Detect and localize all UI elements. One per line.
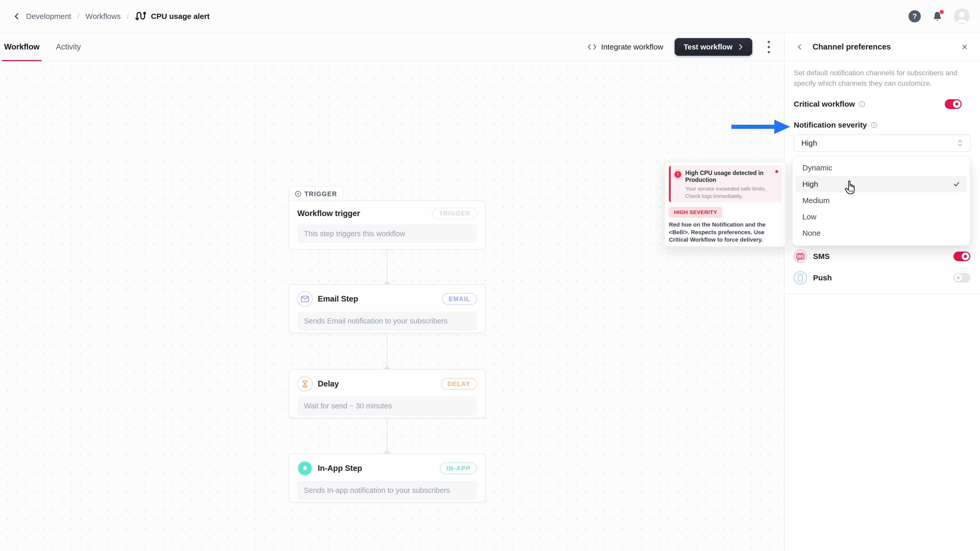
- channel-preferences-panel: Channel preferences Set default notifica…: [784, 33, 980, 551]
- option-dynamic[interactable]: Dynamic: [796, 160, 967, 176]
- step-badge: IN-APP: [440, 462, 477, 474]
- option-label: Dynamic: [802, 164, 832, 172]
- info-icon[interactable]: [859, 101, 865, 108]
- step-title: In-App Step: [318, 464, 362, 473]
- step-badge: TRIGGER: [432, 208, 477, 219]
- severity-note: Red hue on the Notification and the <Bel…: [669, 221, 782, 244]
- channel-label: Push: [813, 273, 832, 282]
- severity-red-bar: [669, 165, 671, 203]
- sms-channel-icon: SMS: [794, 250, 807, 263]
- header-actions: ?: [908, 8, 970, 24]
- hand-pointer-cursor: [844, 180, 858, 195]
- notification-preview: ! High CPU usage detected in Production …: [669, 165, 782, 203]
- alert-icon: !: [675, 171, 681, 178]
- email-step-icon: [298, 291, 313, 306]
- close-icon: [961, 44, 968, 50]
- breadcrumb-separator: /: [77, 12, 80, 21]
- step-card-trigger[interactable]: Workflow trigger TRIGGER This step trigg…: [289, 200, 486, 249]
- critical-workflow-row: Critical workflow: [794, 99, 971, 109]
- option-low[interactable]: Low: [796, 209, 967, 225]
- breadcrumb: Development / Workflows / CPU usage aler…: [26, 11, 210, 22]
- notifications-button[interactable]: [932, 11, 943, 22]
- option-label: Medium: [802, 196, 830, 205]
- chevrons-up-down-icon: [957, 139, 963, 147]
- integrate-workflow-button[interactable]: Integrate workflow: [588, 43, 663, 51]
- breadcrumb-separator: /: [127, 12, 129, 21]
- option-none[interactable]: None: [796, 225, 967, 241]
- notification-title: High CPU usage detected in Production: [685, 170, 777, 183]
- annotation-arrow: [732, 119, 791, 135]
- notification-badge-dot: [940, 10, 944, 14]
- chevron-left-icon: [13, 13, 21, 20]
- step-card-inapp[interactable]: In-App Step IN-APP Sends In-app notifica…: [289, 454, 486, 503]
- workflow-icon: [135, 11, 146, 22]
- channel-toggle-list: SMS SMS Push: [794, 247, 970, 287]
- option-label: Low: [802, 213, 816, 221]
- edge-connector: [387, 419, 387, 454]
- notification-severity-row: Notification severity: [794, 121, 971, 129]
- alert-icon-halo: !: [673, 169, 683, 180]
- unread-dot: [775, 170, 778, 173]
- tab-activity[interactable]: Activity: [54, 33, 83, 61]
- option-high[interactable]: High: [796, 176, 967, 192]
- step-card-email[interactable]: Email Step EMAIL Sends Email notificatio…: [289, 284, 486, 333]
- panel-divider: [784, 294, 980, 294]
- envelope-icon: [301, 295, 309, 302]
- inapp-step-icon: [298, 461, 313, 476]
- step-title: Email Step: [318, 294, 358, 303]
- step-title: Workflow trigger: [298, 209, 360, 218]
- push-channel-icon: [794, 271, 807, 284]
- code-icon: [588, 43, 597, 51]
- integrate-workflow-label: Integrate workflow: [601, 43, 663, 51]
- edge-connector: [387, 333, 387, 369]
- page-title: CPU usage alert: [151, 12, 210, 21]
- toolbar-actions: Integrate workflow Test workflow: [588, 38, 774, 56]
- step-badge: EMAIL: [442, 293, 477, 305]
- more-options-button[interactable]: [764, 39, 774, 55]
- workflow-toolbar: Workflow Activity Integrate workflow Tes…: [0, 33, 784, 61]
- panel-back-button[interactable]: [794, 41, 805, 52]
- severity-select[interactable]: High: [794, 135, 971, 152]
- step-badge: DELAY: [441, 378, 477, 390]
- panel-header: Channel preferences: [784, 33, 980, 61]
- channel-row-sms: SMS SMS: [794, 247, 970, 266]
- back-button[interactable]: [10, 10, 24, 23]
- step-card-delay[interactable]: Delay DELAY Wait for send ~ 30 minutes: [289, 369, 486, 418]
- breadcrumb-workflows[interactable]: Workflows: [86, 12, 121, 21]
- workflow-canvas[interactable]: TRIGGER Workflow trigger TRIGGER This st…: [0, 61, 784, 551]
- help-button[interactable]: ?: [908, 10, 921, 22]
- tab-workflow[interactable]: Workflow: [2, 33, 41, 61]
- severity-dropdown: Dynamic High Medium Low None: [792, 156, 970, 246]
- trigger-tab-label: TRIGGER: [304, 190, 337, 198]
- channel-label: SMS: [813, 252, 830, 261]
- chevron-right-icon: [738, 44, 743, 50]
- test-workflow-label: Test workflow: [684, 43, 732, 51]
- step-description: This step triggers this workflow: [298, 224, 477, 243]
- panel-description: Set default notification channels for su…: [794, 68, 971, 89]
- step-description: Sends Email notification to your subscri…: [298, 312, 477, 330]
- avatar[interactable]: [954, 8, 970, 24]
- sms-toggle[interactable]: [953, 251, 970, 261]
- breadcrumb-development[interactable]: Development: [26, 12, 71, 21]
- severity-preview-tooltip: ! High CPU usage detected in Production …: [664, 161, 786, 247]
- push-toggle[interactable]: [953, 273, 970, 283]
- test-workflow-button[interactable]: Test workflow: [675, 38, 752, 56]
- sms-bubble-icon: SMS: [796, 253, 805, 260]
- severity-select-value: High: [801, 139, 817, 148]
- critical-workflow-label: Critical workflow: [794, 100, 855, 108]
- info-icon[interactable]: [870, 122, 877, 129]
- critical-workflow-toggle[interactable]: [945, 99, 962, 109]
- play-circle-icon: [295, 190, 301, 198]
- chevron-left-icon: [797, 44, 803, 50]
- panel-close-button[interactable]: [959, 41, 970, 52]
- panel-title: Channel preferences: [813, 42, 891, 52]
- user-silhouette-icon: [954, 8, 970, 24]
- hourglass-icon: [302, 380, 308, 388]
- channel-row-push: Push: [794, 268, 970, 287]
- breadcrumb-current: CPU usage alert: [135, 11, 210, 22]
- trigger-tab[interactable]: TRIGGER: [289, 186, 343, 201]
- option-medium[interactable]: Medium: [796, 192, 967, 209]
- delay-step-icon: [298, 376, 313, 392]
- phone-icon: [798, 274, 803, 282]
- top-header: Development / Workflows / CPU usage aler…: [0, 0, 980, 33]
